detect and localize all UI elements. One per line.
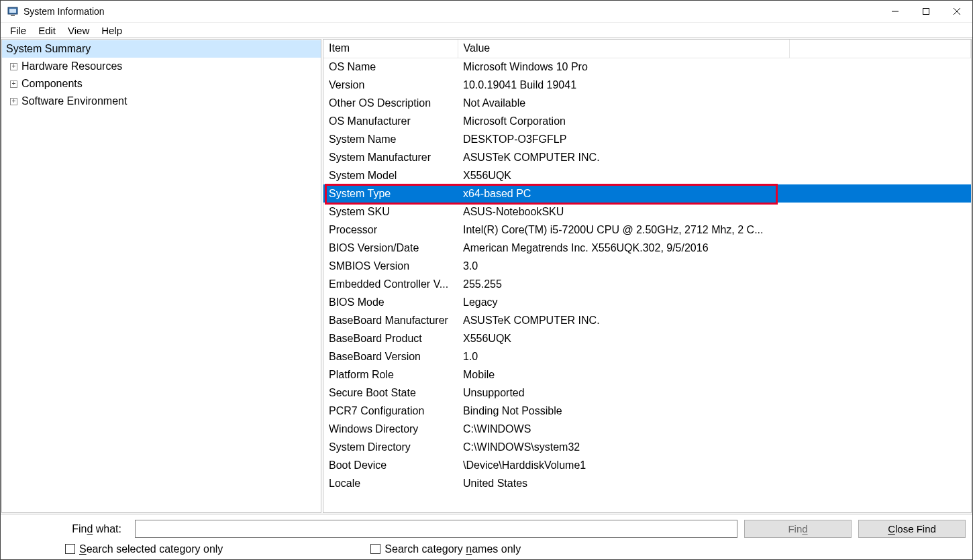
tree-node[interactable]: +Components (6, 75, 321, 93)
cell-item: System SKU (323, 203, 458, 221)
table-row[interactable]: BIOS ModeLegacy (323, 293, 971, 311)
cell-item: System Name (323, 130, 458, 148)
cell-value: ASUS-NotebookSKU (458, 203, 790, 221)
titlebar[interactable]: System Information (1, 1, 972, 23)
cell-item: OS Name (323, 58, 458, 76)
expand-icon[interactable]: + (10, 98, 17, 105)
maximize-button[interactable] (911, 1, 941, 23)
minimize-button[interactable] (880, 1, 911, 23)
cell-value: American Megatrends Inc. X556UQK.302, 9/… (458, 239, 790, 257)
col-header-value[interactable]: Value (458, 40, 790, 58)
nav-tree[interactable]: System Summary +Hardware Resources+Compo… (1, 39, 321, 513)
table-row[interactable]: BIOS Version/DateAmerican Megatrends Inc… (323, 239, 971, 257)
table-row[interactable]: Other OS DescriptionNot Available (323, 94, 971, 112)
cell-value: \Device\HarddiskVolume1 (458, 456, 790, 474)
menu-help[interactable]: Help (96, 24, 127, 37)
cell-item: Platform Role (323, 366, 458, 384)
close-find-button[interactable]: Close Find (858, 520, 966, 538)
cell-item: Boot Device (323, 456, 458, 474)
cell-value: DESKTOP-O3FGFLP (458, 130, 790, 148)
tree-node-label: Software Environment (21, 95, 127, 107)
cell-item: BIOS Mode (323, 293, 458, 311)
table-row[interactable]: System Typex64-based PC (323, 184, 971, 203)
table-row[interactable]: ProcessorIntel(R) Core(TM) i5-7200U CPU … (323, 221, 971, 239)
cell-item: Other OS Description (323, 94, 458, 112)
cell-value: 1.0 (458, 347, 790, 366)
cell-item: PCR7 Configuration (323, 402, 458, 420)
table-row[interactable]: OS NameMicrosoft Windows 10 Pro (323, 58, 971, 76)
cell-value: Unsupported (458, 384, 790, 402)
cell-value: ASUSTeK COMPUTER INC. (458, 148, 790, 166)
tree-node-label: Hardware Resources (21, 60, 122, 72)
table-row[interactable]: System ModelX556UQK (323, 166, 971, 184)
cell-value: x64-based PC (458, 184, 790, 203)
cell-value: 10.0.19041 Build 19041 (458, 76, 790, 94)
cell-item: BaseBoard Product (323, 329, 458, 347)
search-selected-category-checkbox[interactable]: Search selected category only (65, 543, 223, 555)
table-row[interactable]: Boot Device\Device\HarddiskVolume1 (323, 456, 971, 474)
table-row[interactable]: BaseBoard Version1.0 (323, 347, 971, 366)
find-bar: Find what: Find Close Find Search select… (1, 514, 972, 559)
tree-node[interactable]: +Hardware Resources (6, 58, 321, 75)
cell-value: Legacy (458, 293, 790, 311)
cell-item: BaseBoard Version (323, 347, 458, 366)
cell-item: Version (323, 76, 458, 94)
menu-bar: File Edit View Help (1, 23, 972, 38)
menu-view[interactable]: View (62, 24, 95, 37)
tree-root-label: System Summary (6, 43, 91, 55)
cell-item: System Model (323, 166, 458, 184)
cell-item: System Directory (323, 438, 458, 456)
cell-value: 3.0 (458, 257, 790, 275)
table-row[interactable]: PCR7 ConfigurationBinding Not Possible (323, 402, 971, 420)
cell-item: BaseBoard Manufacturer (323, 311, 458, 329)
cell-value: 255.255 (458, 275, 790, 293)
table-row[interactable]: System SKUASUS-NotebookSKU (323, 203, 971, 221)
col-header-item[interactable]: Item (323, 40, 458, 58)
cell-value: Mobile (458, 366, 790, 384)
table-row[interactable]: SMBIOS Version3.0 (323, 257, 971, 275)
find-input[interactable] (135, 520, 737, 538)
cell-value: Intel(R) Core(TM) i5-7200U CPU @ 2.50GHz… (458, 221, 790, 239)
svg-rect-4 (923, 9, 929, 15)
table-row[interactable]: LocaleUnited States (323, 474, 971, 492)
cell-item: Locale (323, 474, 458, 492)
table-row[interactable]: System NameDESKTOP-O3FGFLP (323, 130, 971, 148)
menu-edit[interactable]: Edit (33, 24, 61, 37)
svg-rect-1 (9, 9, 16, 13)
tree-root[interactable]: System Summary (2, 40, 321, 58)
cell-item: System Manufacturer (323, 148, 458, 166)
search-category-names-checkbox[interactable]: Search category names only (370, 543, 521, 555)
table-row[interactable]: System DirectoryC:\WINDOWS\system32 (323, 438, 971, 456)
cell-value: C:\WINDOWS (458, 420, 790, 438)
cell-value: Microsoft Corporation (458, 112, 790, 130)
tree-node-label: Components (21, 78, 83, 90)
cell-item: SMBIOS Version (323, 257, 458, 275)
expand-icon[interactable]: + (10, 63, 17, 70)
table-row[interactable]: OS ManufacturerMicrosoft Corporation (323, 112, 971, 130)
cell-value: United States (458, 474, 790, 492)
table-row[interactable]: Embedded Controller V...255.255 (323, 275, 971, 293)
cell-value: ASUSTeK COMPUTER INC. (458, 311, 790, 329)
tree-node[interactable]: +Software Environment (6, 93, 321, 110)
cell-value: X556UQK (458, 329, 790, 347)
details-table[interactable]: Item Value OS NameMicrosoft Windows 10 P… (323, 39, 972, 513)
table-row[interactable]: BaseBoard ManufacturerASUSTeK COMPUTER I… (323, 311, 971, 329)
table-row[interactable]: Secure Boot StateUnsupported (323, 384, 971, 402)
table-row[interactable]: Version10.0.19041 Build 19041 (323, 76, 971, 94)
table-row[interactable]: Platform RoleMobile (323, 366, 971, 384)
cell-item: Embedded Controller V... (323, 275, 458, 293)
cell-value: C:\WINDOWS\system32 (458, 438, 790, 456)
window-title: System Information (23, 6, 105, 17)
find-label: Find what: (7, 523, 128, 535)
expand-icon[interactable]: + (10, 80, 17, 88)
close-button[interactable] (941, 1, 972, 23)
find-button[interactable]: Find (744, 520, 852, 538)
col-header-blank[interactable] (790, 40, 971, 58)
menu-file[interactable]: File (5, 24, 32, 37)
cell-item: Processor (323, 221, 458, 239)
table-row[interactable]: Windows DirectoryC:\WINDOWS (323, 420, 971, 438)
svg-rect-2 (11, 15, 15, 16)
table-row[interactable]: BaseBoard ProductX556UQK (323, 329, 971, 347)
app-icon (7, 6, 18, 17)
table-row[interactable]: System ManufacturerASUSTeK COMPUTER INC. (323, 148, 971, 166)
